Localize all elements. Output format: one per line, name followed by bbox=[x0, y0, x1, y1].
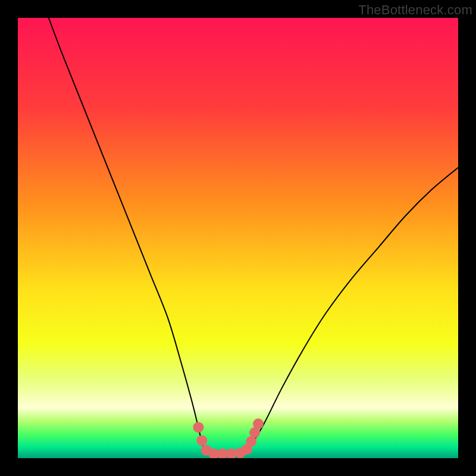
watermark-text: TheBottleneck.com bbox=[358, 2, 472, 18]
chart-marker-dot bbox=[196, 435, 207, 446]
chart-background bbox=[18, 18, 458, 458]
chart-marker-dot bbox=[253, 418, 264, 429]
chart-plot-area bbox=[18, 18, 458, 458]
chart-svg bbox=[18, 18, 458, 458]
chart-marker-dot bbox=[193, 422, 203, 433]
